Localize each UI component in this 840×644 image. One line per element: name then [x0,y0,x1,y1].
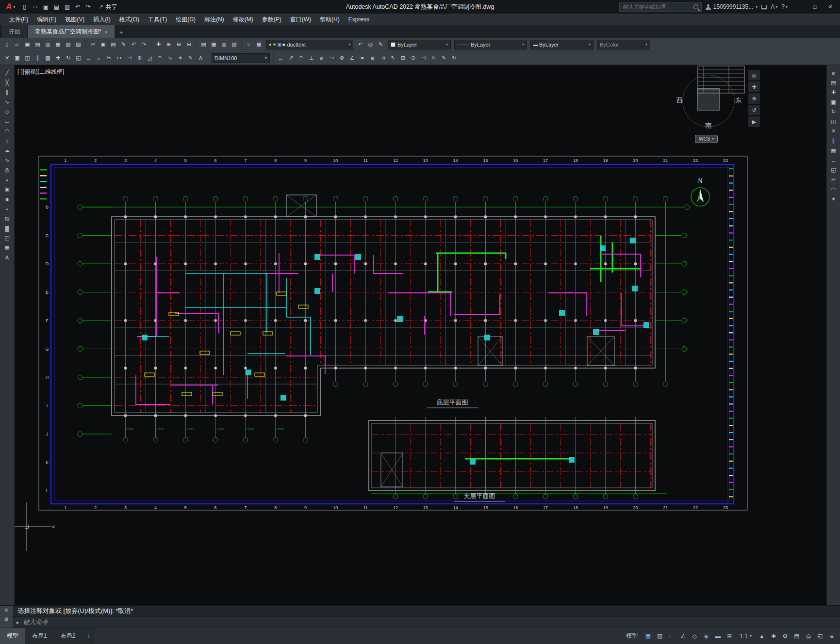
plotstyle-combo[interactable]: ByColor ▾ [597,40,650,49]
menu-item[interactable]: 视图(V) [61,14,89,25]
open-icon[interactable]: ▱ [12,39,22,50]
dim-radius-icon[interactable]: ⌀ [316,53,327,64]
fillet-icon[interactable]: ◠ [155,53,165,64]
clean-screen-icon[interactable]: ◱ [815,630,825,642]
hatch-icon[interactable]: ▨ [2,214,13,223]
scale-icon[interactable]: ◱ [73,53,83,64]
menu-item[interactable]: 窗口(W) [286,14,315,25]
isodraft-icon[interactable]: ◇ [689,630,700,642]
open-icon[interactable]: ▱ [30,2,40,12]
account-button[interactable]: 15059991135... ▾ [706,3,758,10]
layer-combo[interactable]: ●☀▣■ ducttext ▾ [266,40,353,49]
isolate-objects-icon[interactable]: ◎ [803,630,814,642]
application-menu-button[interactable]: A ▾ [2,2,19,12]
explode-icon[interactable]: ✶ [828,194,839,204]
menu-item[interactable]: 绘图(D) [171,14,200,25]
drawing-canvas[interactable]: [-][俯视][二维线框] 11223344556677889910101111… [15,65,826,605]
scale-icon[interactable]: ◱ [828,165,839,175]
fillet-icon[interactable]: ◠ [828,185,839,194]
quick-dim-icon[interactable]: ≍ [357,53,367,64]
save-as-icon[interactable]: ▤ [51,2,62,12]
color-combo[interactable]: ByLayer ▾ [388,40,451,49]
move-icon[interactable]: ✚ [828,88,839,97]
copy-icon[interactable]: ▣ [828,97,839,107]
snap-mode-icon[interactable]: ▥ [654,630,665,642]
layer-previous-icon[interactable]: ↶ [355,39,365,50]
cut-icon[interactable]: ✂ [88,39,98,50]
menu-item[interactable]: 文件(F) [5,14,33,25]
annotation-visibility-icon[interactable]: ▲ [757,630,767,642]
dim-ordinate-icon[interactable]: ⊥ [306,53,316,64]
close-command-icon[interactable]: ✕ [4,607,8,613]
save-icon[interactable]: ▣ [40,2,51,12]
copy-icon[interactable]: ▣ [12,53,22,64]
wcs-selector[interactable]: WCS ▾ [695,135,718,143]
pan-icon[interactable]: ✚ [748,81,760,92]
dimstyle-combo[interactable]: DIMN100 ▾ [212,53,270,63]
etransmit-icon[interactable]: ▨ [73,39,83,50]
menu-item[interactable]: 标注(N) [200,14,229,25]
copy-clip-icon[interactable]: ▣ [98,39,108,50]
array-icon[interactable]: ▦ [828,146,839,155]
snap-grid-icon[interactable]: ▦ [642,630,653,642]
dim-break-icon[interactable]: ⊣ [418,53,428,64]
annotation-scale-button[interactable]: 1:1 ▾ [736,630,756,642]
region-icon[interactable]: ◰ [2,233,13,242]
multiline-icon[interactable]: ∥ [2,88,13,97]
lineweight-combo[interactable]: ▬ ByLayer ▾ [530,40,593,49]
model-tab[interactable]: 模型 [0,628,25,644]
orbit-icon[interactable]: ↺ [748,105,760,115]
trim-icon[interactable]: ✂ [828,175,839,184]
explode-icon[interactable]: ✶ [175,53,185,64]
multileader-icon[interactable]: ↖ [388,53,398,64]
search-input[interactable] [623,4,691,10]
drawing-tab-active[interactable]: 常熟某食品厂空调制冷图* × [28,25,115,38]
point-icon[interactable]: • [2,204,13,213]
zoom-icon[interactable]: ⊕ [748,93,760,104]
menu-item[interactable]: 编辑(E) [33,14,61,25]
measure-icon[interactable]: ⌀ [828,68,839,78]
array-icon[interactable]: ▦ [43,53,53,64]
mirror-icon[interactable]: ◫ [828,117,839,126]
dim-aligned-icon[interactable]: ⇗ [286,53,296,64]
steering-wheel-icon[interactable]: ◎ [748,70,760,80]
pan-icon[interactable]: ✚ [153,39,164,50]
undo-icon[interactable]: ↶ [72,2,83,12]
share-button[interactable]: ↗ 共享 [94,3,122,11]
zoom-window-icon[interactable]: ⊞ [174,39,184,50]
maximize-button[interactable]: □ [807,0,823,14]
polygon-icon[interactable]: ◇ [2,107,13,116]
menu-item[interactable]: 参数(P) [258,14,286,25]
polar-tracking-icon[interactable]: ∠ [677,630,688,642]
start-tab[interactable]: 开始 [2,25,27,38]
close-button[interactable]: ✕ [823,0,838,14]
dim-linear-icon[interactable]: ↔ [276,53,286,64]
extend-icon[interactable]: ↦ [114,53,124,64]
break-icon[interactable]: ⊣ [124,53,134,64]
add-layout-button[interactable]: + [82,628,95,644]
layer-properties-icon[interactable]: ≡ [244,39,254,50]
multiline-text-icon[interactable]: A [2,253,13,262]
plot-preview-icon[interactable]: ▦ [53,39,63,50]
redo-icon[interactable]: ↷ [83,2,94,12]
layout2-tab[interactable]: 布局2 [54,628,82,644]
dim-jogged-icon[interactable]: ↪ [327,53,337,64]
rotate-icon[interactable]: ↻ [63,53,73,64]
workspace-switching-icon[interactable]: ⚙ [780,630,791,642]
zoom-realtime-icon[interactable]: ⊕ [164,39,174,50]
stretch-icon[interactable]: ↔ [83,53,94,64]
menu-item[interactable]: Express [344,15,374,24]
autodesk-account-button[interactable]: A ▾ [771,3,777,10]
dim-update-icon[interactable]: ↻ [449,53,459,64]
customize-icon[interactable]: ≡ [826,630,837,642]
revision-cloud-icon[interactable]: ☁ [2,146,13,155]
layer-match-icon[interactable]: ✎ [376,39,386,50]
polyline-icon[interactable]: ∿ [2,97,13,107]
construction-line-icon[interactable]: ╳ [2,78,13,87]
match-properties-icon[interactable]: ✎ [118,39,129,50]
dim-continue-icon[interactable]: ⇉ [378,53,388,64]
trim-icon[interactable]: ✂ [104,53,114,64]
tolerance-icon[interactable]: ⊞ [398,53,408,64]
ellipse-icon[interactable]: ◎ [2,165,13,175]
plot-icon[interactable]: ▥ [43,39,53,50]
